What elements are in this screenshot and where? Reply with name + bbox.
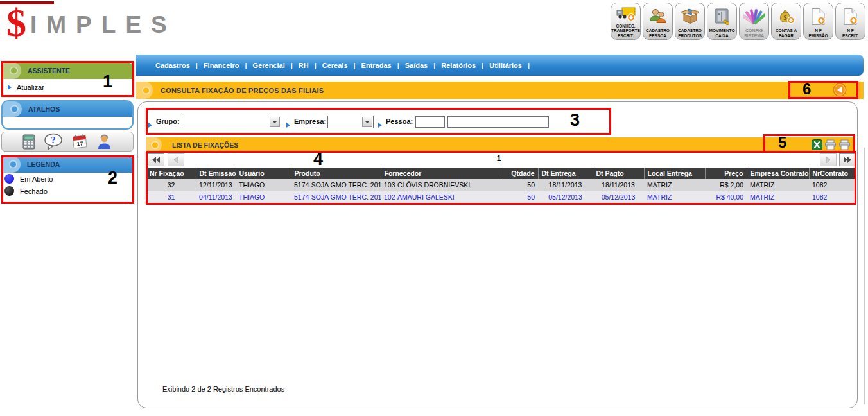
menu-item-saidas[interactable]: Saídas — [405, 62, 428, 69]
toolbar-button-nf-escrit[interactable]: N F ESCRIT. — [835, 3, 865, 40]
sidebar-item-label: Atualizar — [17, 83, 44, 91]
calculator-icon[interactable] — [22, 134, 35, 150]
menu-item-entradas[interactable]: Entradas — [361, 62, 392, 69]
toolbar-button-conhec-transporte[interactable]: CONHEC. TRANSPORTE ESCRIT. — [611, 3, 641, 40]
sidebar-section-atalhos: ATALHOS — [1, 100, 134, 130]
help-icon[interactable]: ? — [44, 133, 64, 150]
bullet-arrow-icon — [378, 119, 382, 130]
cell-dt-entrega: 05/12/2013 — [538, 191, 593, 204]
bar-cap-decoration — [136, 82, 153, 99]
grupo-select[interactable] — [182, 116, 281, 128]
app-window: $ IMPLES CONHEC. TRANSPORTE ESCRIT. — [0, 0, 868, 416]
previous-page-button[interactable] — [168, 153, 184, 166]
toolbar-button-cadastro-produtos[interactable]: CADASTRO PRODUTOS — [675, 3, 705, 40]
open-box-icon — [681, 4, 700, 28]
record-count-status: Exibindo 2 de 2 Registros Encontrados — [162, 385, 284, 393]
menu-separator: | — [397, 62, 399, 69]
toolbar-button-label: CONHEC. TRANSPORTE ESCRIT. — [611, 24, 640, 39]
menu-item-cereais[interactable]: Cereais — [322, 62, 348, 69]
cell-dt-emissao: 04/11/2013 — [196, 191, 236, 204]
col-produto: Produto — [291, 168, 381, 179]
cell-nr-fixacao: 32 — [146, 179, 196, 191]
cell-local-entrega: MATRIZ — [644, 191, 705, 204]
cell-qtdade: 50 — [503, 191, 538, 204]
cell-usuario: THIAGO — [236, 179, 291, 191]
cell-produto: 5174-SOJA GMO TERC. 2010 — [291, 191, 381, 204]
pessoa-code-input[interactable] — [415, 116, 445, 128]
page-title-bar: CONSULTA FIXAÇÃO DE PREÇOS DAS FILIAIS — [136, 82, 864, 99]
list-bar-actions — [812, 139, 851, 150]
svg-text:?: ? — [51, 135, 56, 145]
header-cap-decoration — [2, 62, 21, 79]
toolbar-button-config-sistema[interactable]: CONFIG SISTEMA — [739, 3, 769, 40]
legend-item-label: Em Aberto — [20, 175, 53, 183]
menu-item-relatorios[interactable]: Relatórios — [441, 62, 476, 69]
col-empresa-contrato: Empresa Contrato — [747, 168, 809, 179]
table-header-row: Nr Fixação Dt Emissão Usuário Produto Fo… — [146, 168, 855, 179]
col-dt-emissao: Dt Emissão — [196, 168, 236, 179]
cell-empresa-contrato: MATRIZ — [747, 179, 809, 191]
pessoa-label: Pessoa: — [386, 117, 413, 125]
grupo-label: Grupo: — [156, 117, 180, 125]
menu-item-financeiro[interactable]: Financeiro — [204, 62, 239, 69]
toolbar-button-movimento-caixa[interactable]: MOVIMENTO CAIXA — [707, 3, 737, 40]
toolbar-button-label: CONFIG SISTEMA — [744, 28, 764, 38]
cell-empresa-contrato: MATRIZ — [747, 191, 809, 204]
atalhos-header: ATALHOS — [3, 101, 132, 117]
pessoa-name-input[interactable] — [447, 116, 549, 128]
menu-item-cadastros[interactable]: Cadastros — [155, 62, 190, 69]
page-title: CONSULTA FIXAÇÃO DE PREÇOS DAS FILIAIS — [161, 87, 324, 94]
next-page-button[interactable] — [820, 153, 837, 166]
menu-item-rh[interactable]: RH — [299, 62, 309, 69]
back-button[interactable] — [833, 83, 847, 97]
toolbar-button-label: CADASTRO PESSOA — [646, 28, 670, 38]
app-logo: $ IMPLES — [6, 3, 177, 42]
print-icon[interactable] — [824, 139, 837, 150]
col-nrcontrato: NrContrato — [809, 168, 855, 179]
sidebar-item-atualizar[interactable]: Atualizar — [2, 79, 133, 96]
toolbar-button-contas-a-pagar[interactable]: $ CONTAS A PAGAR — [771, 3, 801, 40]
toolbar-button-nf-emissao[interactable]: N F EMISSÃO — [803, 3, 833, 40]
calendar-icon[interactable]: 17 — [72, 134, 88, 150]
empresa-select[interactable] — [327, 116, 374, 128]
menu-separator: | — [354, 62, 356, 69]
page-number: 1 — [492, 154, 505, 163]
col-preco: Preço — [705, 168, 747, 179]
chevron-down-icon — [270, 117, 280, 127]
cell-preco: R$ 40,00 — [705, 191, 747, 204]
cell-nr-fixacao: 31 — [146, 191, 196, 204]
last-page-button[interactable] — [839, 153, 856, 166]
sidebar-icon-bar: ? 17 — [1, 132, 134, 152]
table-row[interactable]: 31 04/11/2013 THIAGO 5174-SOJA GMO TERC.… — [146, 191, 855, 204]
toolbar-button-label: N F EMISSÃO — [809, 28, 828, 38]
print-icon[interactable] — [838, 139, 851, 150]
menu-item-utilitarios[interactable]: Utilitários — [489, 62, 522, 69]
fixations-table: Nr Fixação Dt Emissão Usuário Produto Fo… — [146, 168, 855, 204]
export-excel-icon[interactable] — [812, 139, 822, 150]
black-dot-icon — [4, 186, 14, 196]
legend-item-em-aberto: Em Aberto — [1, 173, 134, 185]
legend-item-label: Fechado — [20, 187, 48, 195]
menu-separator: | — [433, 62, 435, 69]
menu-item-gerencial[interactable]: Gerencial — [253, 62, 285, 69]
safe-icon — [713, 4, 731, 28]
person-icon[interactable] — [96, 134, 112, 150]
list-section-title: LISTA DE FIXAÇÕES — [172, 141, 238, 149]
people-icon — [648, 4, 668, 28]
menu-separator: | — [315, 62, 317, 69]
col-nr-fixacao: Nr Fixação — [146, 168, 196, 179]
first-page-button[interactable] — [148, 153, 164, 166]
svg-text:$: $ — [784, 14, 787, 21]
table-row[interactable]: 32 12/11/2013 THIAGO 5174-SOJA GMO TERC.… — [146, 179, 855, 191]
col-dt-entrega: Dt Entrega — [538, 168, 593, 179]
cell-dt-emissao: 12/11/2013 — [196, 179, 236, 191]
truck-up-icon — [616, 4, 636, 24]
cell-dt-pagto: 05/12/2013 — [593, 191, 644, 204]
bullet-arrow-icon — [286, 119, 290, 130]
cell-dt-entrega: 18/11/2013 — [538, 179, 593, 191]
toolbar-button-cadastro-pessoa[interactable]: CADASTRO PESSOA — [643, 3, 673, 40]
money-bag-up-icon: $ — [777, 4, 795, 28]
col-local-entrega: Local Entrega — [644, 168, 705, 179]
chevron-down-icon — [362, 117, 372, 127]
cell-dt-pagto: 18/11/2013 — [593, 179, 644, 191]
